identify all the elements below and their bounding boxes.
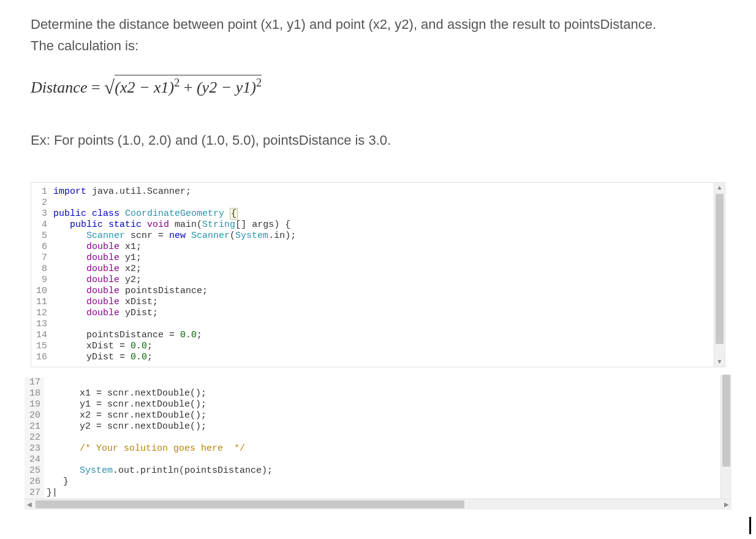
sqrt-symbol: √ [104,77,115,98]
vertical-scrollbar[interactable]: ▲ ▼ [714,183,725,367]
code-content-bottom[interactable]: x1 = scnr.nextDouble(); y1 = scnr.nextDo… [44,377,731,499]
problem-line-2: The calculation is: [31,38,138,53]
vertical-scrollbar-bottom[interactable]: ▼ [720,375,731,510]
line-gutter-bottom: 17 18 19 20 21 22 23 24 25 26 27 [25,377,44,499]
scroll-thumb-bottom[interactable] [722,375,730,467]
scroll-right-icon[interactable]: ▶ [722,499,731,510]
scroll-up-icon[interactable]: ▲ [714,183,725,193]
problem-line-1: Determine the distance between point (x1… [31,17,656,32]
example-text: Ex: For points (1.0, 2.0) and (1.0, 5.0)… [31,132,725,148]
code-content-top[interactable]: import java.util.Scanner; public class C… [51,186,725,363]
scroll-down-icon[interactable]: ▼ [714,357,725,367]
distance-formula: Distance = √(x2 − x1)2 + (y2 − y1)2 [31,75,725,99]
problem-statement: Determine the distance between point (x1… [31,13,725,56]
code-editor-top[interactable]: 1 2 3 4 5 6 7 8 9 10 11 12 13 14 15 16 i… [31,182,725,367]
formula-radicand: (x2 − x1)2 + (y2 − y1)2 [115,75,262,97]
formula-lhs: Distance [31,78,87,96]
scroll-left-icon[interactable]: ◀ [25,499,34,510]
hscroll-thumb[interactable] [36,500,464,508]
code-editor-bottom[interactable]: 17 18 19 20 21 22 23 24 25 26 27 x1 = sc… [25,375,731,510]
line-gutter-top: 1 2 3 4 5 6 7 8 9 10 11 12 13 14 15 16 [31,186,51,363]
horizontal-scrollbar[interactable]: ◀ ▶ [25,499,731,510]
scroll-thumb[interactable] [716,194,724,344]
